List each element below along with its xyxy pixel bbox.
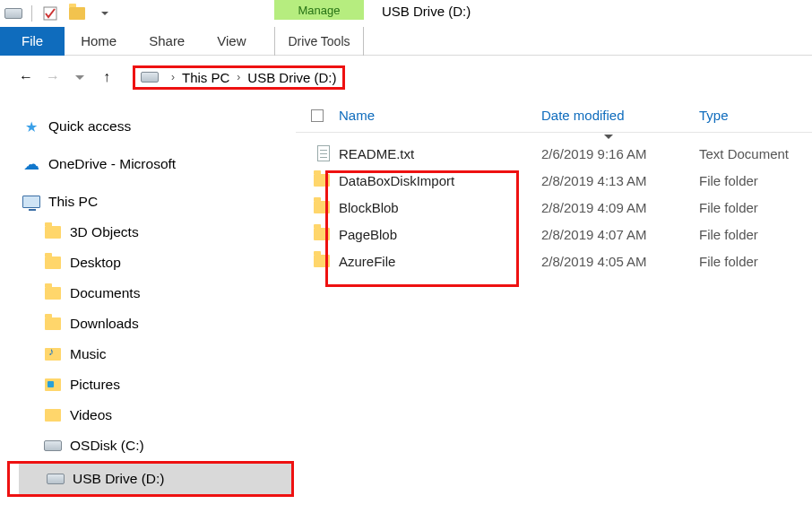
nav-up-button[interactable]: ↑ bbox=[93, 64, 120, 91]
item-date: 2/8/2019 4:05 AM bbox=[541, 254, 699, 269]
item-date: 2/8/2019 4:09 AM bbox=[541, 200, 699, 215]
qat-properties-button[interactable] bbox=[39, 3, 61, 24]
content-pane: Name Date modified Type README.txt 2/6/2… bbox=[296, 99, 812, 513]
folder-icon bbox=[43, 314, 63, 334]
sidebar-item-label: USB Drive (D:) bbox=[73, 471, 164, 487]
nav-recent-button[interactable] bbox=[66, 64, 93, 91]
sidebar-item-label: Desktop bbox=[70, 255, 121, 271]
breadcrumb-usb-drive[interactable]: USB Drive (D:) bbox=[247, 70, 336, 85]
list-item[interactable]: DataBoxDiskImport 2/8/2019 4:13 AM File … bbox=[296, 167, 812, 194]
sidebar-item-desktop[interactable]: Desktop bbox=[16, 248, 292, 278]
folder-icon bbox=[43, 253, 63, 273]
context-tab-label[interactable]: Manage bbox=[274, 0, 364, 20]
item-type: File folder bbox=[699, 173, 812, 188]
folder-icon bbox=[314, 255, 330, 267]
sidebar-item-label: Videos bbox=[70, 407, 112, 423]
sidebar-item-label: Downloads bbox=[70, 316, 139, 332]
title-bar: Manage USB Drive (D:) bbox=[0, 0, 812, 27]
folder-icon bbox=[314, 228, 330, 240]
music-icon bbox=[43, 344, 63, 364]
nav-forward-button[interactable]: → bbox=[39, 64, 66, 91]
item-date: 2/8/2019 4:07 AM bbox=[541, 227, 699, 242]
annotation-highlight: USB Drive (D:) bbox=[7, 461, 294, 497]
videos-icon bbox=[43, 405, 63, 425]
sidebar-item-label: This PC bbox=[48, 194, 98, 210]
cloud-icon: ☁ bbox=[22, 154, 41, 174]
tab-file[interactable]: File bbox=[0, 27, 65, 56]
item-type: File folder bbox=[699, 227, 812, 242]
column-headers: Name Date modified Type bbox=[296, 99, 812, 133]
sidebar-item-usb-drive[interactable]: USB Drive (D:) bbox=[19, 464, 291, 494]
list-item[interactable]: AzureFile 2/8/2019 4:05 AM File folder bbox=[296, 248, 812, 274]
item-type: File folder bbox=[699, 200, 812, 215]
window-title: USB Drive (D:) bbox=[382, 4, 471, 19]
nav-row: ← → ↑ › This PC › USB Drive (D:) bbox=[0, 56, 812, 99]
sidebar-onedrive[interactable]: ☁ OneDrive - Microsoft bbox=[16, 149, 292, 179]
breadcrumb[interactable]: › This PC › USB Drive (D:) bbox=[133, 65, 345, 90]
sidebar-item-label: Quick access bbox=[48, 118, 131, 135]
column-name[interactable]: Name bbox=[339, 108, 541, 123]
star-icon: ★ bbox=[22, 117, 41, 136]
sidebar-item-downloads[interactable]: Downloads bbox=[16, 309, 292, 339]
item-date: 2/6/2019 9:16 AM bbox=[541, 146, 699, 161]
list-item[interactable]: README.txt 2/6/2019 9:16 AM Text Documen… bbox=[296, 140, 812, 167]
folder-icon bbox=[314, 174, 330, 187]
sidebar-item-label: OneDrive - Microsoft bbox=[48, 156, 176, 172]
pictures-icon bbox=[43, 375, 63, 395]
chevron-right-icon: › bbox=[171, 71, 175, 83]
sidebar-item-label: 3D Objects bbox=[70, 224, 139, 240]
sidebar-item-documents[interactable]: Documents bbox=[16, 278, 292, 309]
file-icon bbox=[317, 145, 330, 161]
item-name: BlockBlob bbox=[339, 200, 541, 215]
sidebar-this-pc[interactable]: This PC bbox=[16, 187, 292, 217]
sidebar-item-label: Music bbox=[70, 346, 106, 362]
folder-icon bbox=[43, 283, 63, 303]
qat-separator bbox=[31, 5, 32, 22]
item-type: File folder bbox=[699, 254, 812, 269]
drive-icon bbox=[46, 469, 65, 489]
item-name: README.txt bbox=[339, 146, 541, 161]
item-type: Text Document bbox=[699, 146, 812, 161]
file-list: README.txt 2/6/2019 9:16 AM Text Documen… bbox=[296, 133, 812, 274]
sidebar-item-osdisk[interactable]: OSDisk (C:) bbox=[16, 430, 292, 461]
context-tab-group[interactable]: Drive Tools bbox=[274, 27, 364, 56]
chevron-down-icon bbox=[604, 135, 613, 139]
sidebar-item-pictures[interactable]: Pictures bbox=[16, 370, 292, 400]
ribbon: File Home Share View Drive Tools bbox=[0, 27, 812, 56]
breadcrumb-this-pc[interactable]: This PC bbox=[182, 70, 229, 85]
item-date: 2/8/2019 4:13 AM bbox=[541, 173, 699, 188]
sidebar-item-music[interactable]: Music bbox=[16, 339, 292, 370]
column-date[interactable]: Date modified bbox=[541, 108, 699, 123]
qat-newfolder-button[interactable] bbox=[66, 3, 88, 24]
item-name: AzureFile bbox=[339, 254, 541, 269]
tab-share[interactable]: Share bbox=[133, 27, 201, 56]
tab-home[interactable]: Home bbox=[65, 27, 133, 56]
pc-icon bbox=[22, 192, 41, 212]
column-date-label: Date modified bbox=[541, 108, 625, 123]
sidebar-item-label: Pictures bbox=[70, 377, 120, 393]
nav-pane: ★ Quick access ☁ OneDrive - Microsoft Th… bbox=[0, 99, 296, 513]
tab-view[interactable]: View bbox=[201, 27, 262, 56]
nav-back-button[interactable]: ← bbox=[13, 64, 39, 91]
folder-icon bbox=[314, 201, 330, 213]
column-type[interactable]: Type bbox=[699, 108, 812, 123]
list-item[interactable]: PageBlob 2/8/2019 4:07 AM File folder bbox=[296, 221, 812, 248]
sidebar-item-label: Documents bbox=[70, 285, 140, 301]
chevron-right-icon: › bbox=[237, 71, 240, 83]
drive-icon bbox=[43, 436, 63, 456]
drive-icon bbox=[141, 72, 159, 83]
sidebar-item-3d-objects[interactable]: 3D Objects bbox=[16, 217, 292, 248]
app-icon bbox=[3, 3, 24, 24]
sidebar-quick-access[interactable]: ★ Quick access bbox=[16, 111, 292, 142]
list-item[interactable]: BlockBlob 2/8/2019 4:09 AM File folder bbox=[296, 194, 812, 221]
select-all-checkbox[interactable] bbox=[311, 109, 324, 122]
sidebar-item-label: OSDisk (C:) bbox=[70, 438, 144, 454]
folder-icon bbox=[43, 222, 63, 242]
sidebar-item-videos[interactable]: Videos bbox=[16, 400, 292, 430]
item-name: PageBlob bbox=[339, 227, 541, 242]
qat-customize-button[interactable] bbox=[93, 3, 115, 24]
item-name: DataBoxDiskImport bbox=[339, 173, 541, 188]
